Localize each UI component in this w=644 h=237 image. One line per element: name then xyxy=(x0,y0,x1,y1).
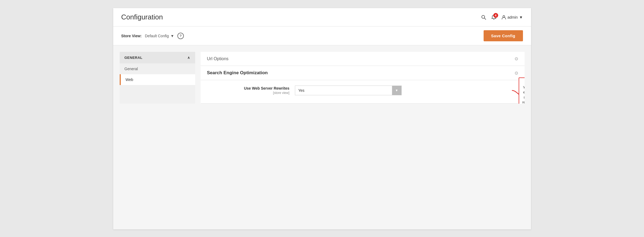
toolbar: Store View: Default Config ▼ ? Save Conf… xyxy=(113,26,531,45)
store-view-select[interactable]: Default Config ▼ xyxy=(145,34,174,38)
search-button[interactable] xyxy=(481,15,486,20)
store-view-group: Store View: Default Config ▼ ? xyxy=(121,33,184,39)
sidebar-item-general[interactable]: General xyxy=(120,63,195,74)
header-actions: 4 admin ▼ xyxy=(481,15,523,20)
search-icon xyxy=(481,15,486,20)
web-rewrites-sub-label: [store view] xyxy=(209,91,290,95)
store-view-label: Store View: xyxy=(121,34,142,38)
web-rewrites-label: Use Web Server Rewrites xyxy=(209,86,290,90)
sidebar-collapse-icon: ∧ xyxy=(187,56,190,60)
sidebar-section-label: GENERAL xyxy=(125,56,143,60)
web-rewrites-label-group: Use Web Server Rewrites [store view] xyxy=(209,86,290,95)
svg-line-1 xyxy=(484,18,486,19)
user-label: admin xyxy=(508,15,518,19)
notification-button[interactable]: 4 xyxy=(491,15,497,20)
help-icon: ? xyxy=(180,34,182,38)
tooltip-box: Set YES to enable server rewrites xyxy=(519,77,525,104)
web-rewrites-select[interactable]: Yes No xyxy=(295,86,392,95)
store-view-chevron-icon: ▼ xyxy=(170,34,174,38)
sidebar-item-web[interactable]: Web xyxy=(120,74,195,85)
web-rewrites-input-group: Yes No ▼ xyxy=(295,86,402,95)
seo-collapse-icon: ⊙ xyxy=(515,70,518,76)
header: Configuration 4 admin xyxy=(113,8,531,26)
url-options-collapse-icon: ⊙ xyxy=(515,56,518,61)
sidebar: GENERAL ∧ General Web xyxy=(120,52,195,104)
seo-section-header[interactable]: Search Engine Optimization ⊙ xyxy=(201,66,525,80)
store-view-value: Default Config xyxy=(145,34,169,38)
notification-badge: 4 xyxy=(493,13,498,18)
web-rewrites-row: Use Web Server Rewrites [store view] Yes… xyxy=(209,86,516,95)
user-menu-button[interactable]: admin ▼ xyxy=(501,15,523,20)
user-icon xyxy=(501,15,506,20)
url-options-title: Url Options xyxy=(207,56,229,61)
save-config-button[interactable]: Save Config xyxy=(484,30,523,41)
page-container: Configuration 4 admin xyxy=(113,8,531,229)
content-area: Url Options ⊙ Search Engine Optimization… xyxy=(201,52,525,104)
seo-title: Search Engine Optimization xyxy=(207,70,268,76)
sidebar-section-general[interactable]: GENERAL ∧ xyxy=(120,52,195,63)
main-content: GENERAL ∧ General Web Url Options ⊙ Sear… xyxy=(113,45,531,110)
sidebar-item-general-label: General xyxy=(125,67,138,71)
select-arrow-button[interactable]: ▼ xyxy=(392,86,402,95)
url-options-section[interactable]: Url Options ⊙ xyxy=(201,52,525,66)
tooltip-text: Set YES to enable server rewrites xyxy=(522,80,525,104)
seo-content: Use Web Server Rewrites [store view] Yes… xyxy=(201,80,525,104)
user-chevron-icon: ▼ xyxy=(519,15,523,19)
help-button[interactable]: ? xyxy=(177,33,184,39)
page-title: Configuration xyxy=(121,13,163,21)
sidebar-item-web-label: Web xyxy=(126,77,133,82)
arrow-down-icon: ▼ xyxy=(395,89,398,92)
